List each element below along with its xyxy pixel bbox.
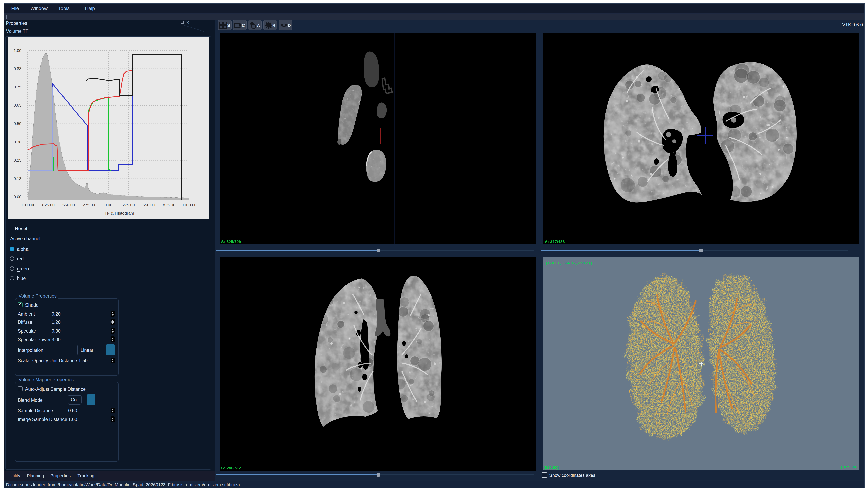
svg-text:1.00: 1.00 [14, 48, 21, 53]
svg-text:-825.00: -825.00 [41, 203, 55, 207]
svg-text:825.00: 825.00 [163, 203, 175, 207]
svg-text:TF & Histogram: TF & Histogram [104, 211, 134, 215]
svg-text:1100.00: 1100.00 [182, 203, 197, 207]
svg-text:[610.00]: [610.00] [544, 465, 559, 470]
svg-text:0.00: 0.00 [105, 203, 112, 207]
svg-text:550.00: 550.00 [143, 203, 155, 207]
svg-text:S: 325/709: S: 325/709 [221, 240, 241, 244]
svg-text:0.25: 0.25 [14, 158, 21, 163]
svg-text:A: 317/433: A: 317/433 [545, 240, 565, 244]
svg-text:C: 256/512: C: 256/512 [221, 466, 241, 470]
svg-text:[178.01, -366.17, 358.21]: [178.01, -366.17, 358.21] [546, 261, 592, 265]
svg-text:0.75: 0.75 [14, 85, 21, 89]
svg-text:-550.00: -550.00 [61, 203, 75, 207]
svg-text:[-479.00]: [-479.00] [841, 465, 857, 469]
svg-text:0.00: 0.00 [14, 195, 21, 199]
svg-text:0.38: 0.38 [14, 140, 21, 144]
svg-text:-1100.00: -1100.00 [20, 203, 35, 207]
svg-text:0.13: 0.13 [14, 176, 21, 181]
svg-text:0.63: 0.63 [14, 103, 21, 107]
svg-text:0.50: 0.50 [14, 122, 21, 126]
svg-text:0.88: 0.88 [14, 66, 21, 71]
svg-text:-275.00: -275.00 [81, 203, 95, 207]
svg-text:275.00: 275.00 [122, 203, 135, 207]
